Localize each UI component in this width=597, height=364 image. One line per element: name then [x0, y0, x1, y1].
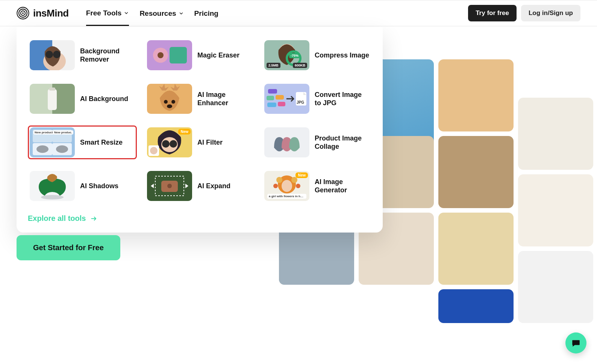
explore-label: Explore all tools	[28, 214, 86, 223]
brand-logo[interactable]: insMind	[17, 7, 69, 20]
mosaic-tile	[518, 174, 593, 246]
nav-free-tools-label: Free Tools	[86, 9, 122, 17]
tool-thumb	[30, 40, 75, 70]
try-for-free-label: Try for free	[476, 9, 509, 17]
tool-label: Background Remover	[80, 47, 135, 64]
get-started-button[interactable]: Get Started for Free	[17, 235, 120, 260]
tool-thumb	[147, 40, 192, 70]
svg-point-35	[150, 147, 158, 154]
svg-point-3	[22, 12, 24, 14]
get-started-label: Get Started for Free	[33, 243, 104, 252]
svg-point-9	[158, 52, 164, 58]
tool-label: Product Image Collage	[315, 134, 370, 151]
tool-label: AI Expand	[197, 182, 230, 190]
mosaic-tile	[518, 251, 593, 323]
tool-label: Compress Image	[315, 51, 369, 60]
tool-thumb	[30, 171, 75, 201]
svg-point-30	[36, 145, 48, 153]
mosaic-tile	[438, 59, 514, 131]
svg-rect-21	[276, 95, 284, 100]
chevron-down-icon	[124, 11, 129, 16]
tool-ai-expand[interactable]: AI Expand	[145, 169, 254, 203]
svg-point-6	[45, 51, 53, 58]
svg-point-45	[296, 184, 300, 188]
login-signup-label: Log in/Sign up	[529, 9, 573, 17]
convert-jpg-label: JPG	[297, 100, 304, 104]
login-signup-button[interactable]: Log in/Sign up	[521, 5, 580, 21]
svg-rect-13	[48, 89, 57, 110]
chevron-down-icon	[179, 11, 184, 16]
tool-background-remover[interactable]: Background Remover	[28, 38, 137, 72]
tool-label: AI Background	[80, 95, 128, 103]
tool-label: AI Image Generator	[315, 178, 370, 195]
chat-icon	[571, 338, 581, 348]
tool-label: AI Filter	[197, 138, 223, 147]
tool-ai-filter[interactable]: New AI Filter	[145, 125, 254, 159]
tool-ai-shadows[interactable]: AI Shadows	[28, 169, 137, 203]
mosaic-tile	[518, 98, 593, 170]
svg-rect-23	[278, 102, 285, 106]
svg-rect-22	[267, 103, 276, 107]
svg-point-32	[162, 140, 170, 148]
svg-point-16	[164, 100, 168, 104]
arrow-right-icon	[90, 215, 98, 222]
tool-ai-background[interactable]: AI Background	[28, 82, 137, 116]
tool-compress-image[interactable]: 2.5MB 600KB -75% Compress Image	[262, 38, 371, 72]
svg-point-33	[170, 140, 177, 148]
top-nav: insMind Free Tools Resources Pricing Try…	[0, 0, 597, 26]
nav-free-tools[interactable]: Free Tools	[86, 1, 129, 26]
hero-cta-area: Get Started for Free	[17, 235, 120, 260]
tool-label: Magic Eraser	[197, 51, 239, 60]
tool-thumb: New	[147, 127, 192, 157]
tool-label: Smart Resize	[80, 138, 123, 147]
svg-point-18	[167, 104, 172, 108]
svg-rect-19	[268, 89, 277, 94]
nav-pricing[interactable]: Pricing	[194, 1, 218, 25]
smart-resize-tag: New produc.	[53, 130, 73, 134]
chat-launcher[interactable]	[565, 332, 586, 353]
svg-point-36	[41, 195, 64, 199]
mosaic-tile	[438, 136, 514, 208]
tool-thumb: 2.5MB 600KB -75%	[264, 40, 309, 70]
tool-label: AI Shadows	[80, 182, 118, 190]
svg-rect-14	[49, 88, 55, 91]
svg-point-41	[282, 180, 292, 192]
tool-ai-image-enhancer[interactable]: AI Image Enhancer	[145, 82, 254, 116]
tool-product-collage[interactable]: Product Image Collage	[262, 125, 371, 159]
try-for-free-button[interactable]: Try for free	[468, 5, 517, 21]
svg-point-29	[56, 145, 68, 153]
svg-point-44	[273, 184, 278, 188]
compress-after-badge: 600KB	[293, 63, 307, 68]
nav-pricing-label: Pricing	[194, 9, 218, 18]
tool-thumb	[147, 84, 192, 114]
mosaic-tile	[438, 213, 514, 285]
nav-resources-label: Resources	[139, 9, 176, 18]
free-tools-dropdown: Background Remover Magic Eraser 2.5MB 60…	[17, 27, 383, 233]
tool-label: AI Image Enhancer	[197, 91, 252, 107]
tool-ai-image-generator[interactable]: New a girl with flowers in her head AI I…	[262, 169, 371, 203]
compress-pct-badge: -75%	[289, 53, 300, 58]
tool-thumb	[264, 127, 309, 157]
tool-thumb: New a girl with flowers in her head	[264, 171, 309, 201]
explore-all-tools-link[interactable]: Explore all tools	[28, 214, 98, 223]
new-badge: New	[178, 129, 191, 134]
svg-rect-20	[267, 96, 274, 100]
tool-thumb: New product New produc.	[30, 127, 75, 157]
brand-name: insMind	[33, 8, 69, 19]
tool-magic-eraser[interactable]: Magic Eraser	[145, 38, 254, 72]
svg-point-42	[276, 177, 282, 183]
tool-thumb	[30, 84, 75, 114]
tool-thumb	[147, 171, 192, 201]
tool-smart-resize[interactable]: New product New produc. Smart Resize	[28, 125, 137, 159]
tools-grid: Background Remover Magic Eraser 2.5MB 60…	[28, 38, 371, 203]
svg-rect-10	[170, 47, 187, 63]
compress-before-badge: 2.5MB	[267, 63, 280, 68]
svg-point-39	[167, 184, 172, 188]
smart-resize-tag: New product	[33, 130, 54, 134]
tool-convert-image[interactable]: JPG Convert Image to JPG	[262, 82, 371, 116]
tool-thumb: JPG	[264, 84, 309, 114]
tool-label: Convert Image to JPG	[315, 91, 370, 107]
logo-icon	[17, 7, 29, 20]
mosaic-tile	[438, 289, 514, 323]
nav-resources[interactable]: Resources	[139, 1, 183, 25]
